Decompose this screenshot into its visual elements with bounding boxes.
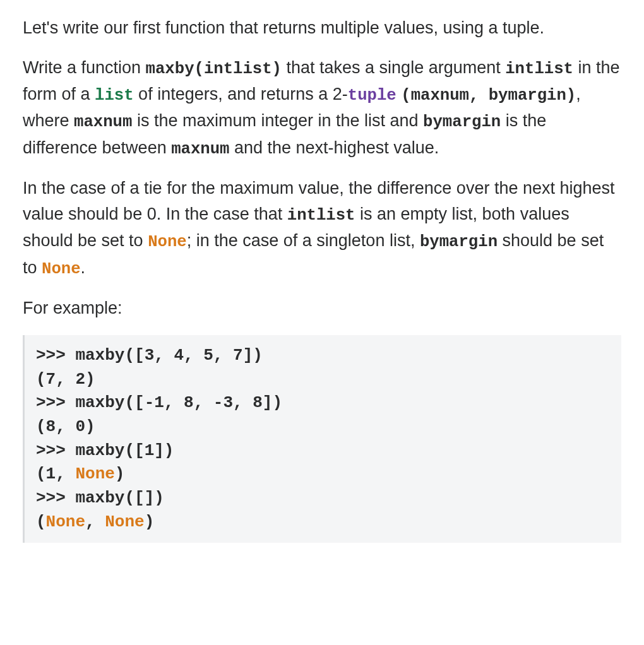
text: ; in the case of a singleton list,: [187, 231, 420, 250]
code-inline-bymargin: bymargin: [423, 113, 501, 131]
text: is the maximum integer in the list and: [132, 111, 423, 130]
keyword-list: list: [95, 86, 134, 105]
code-inline-maxby-sig: maxby(intlist): [146, 60, 282, 78]
paragraph-example-label: For example:: [23, 295, 621, 321]
code-line: >>> maxby([-1, 8, -3, 8]): [36, 393, 282, 412]
code-line: ,: [85, 512, 105, 531]
code-line: (: [36, 512, 46, 531]
keyword-none: None: [148, 233, 187, 251]
text: and the next-highest value.: [230, 138, 439, 157]
code-inline-return-tuple: (maxnum, bymargin): [401, 86, 576, 105]
text: that takes a single argument: [282, 58, 505, 77]
paragraph-intro: Let's write our first function that retu…: [23, 15, 621, 41]
code-line: (1,: [36, 465, 75, 483]
text: Let's write our first function that retu…: [23, 18, 544, 37]
code-inline-maxnum: maxnum: [74, 113, 132, 131]
code-inline-intlist-2: intlist: [287, 206, 355, 225]
code-inline-intlist: intlist: [505, 60, 573, 78]
token-none: None: [46, 512, 85, 531]
code-line: (8, 0): [36, 417, 95, 436]
text: For example:: [23, 299, 122, 317]
code-line: >>> maxby([]): [36, 488, 164, 507]
keyword-none-2: None: [42, 260, 81, 278]
paragraph-spec: Write a function maxby(intlist) that tak…: [23, 55, 621, 162]
code-line: ): [115, 465, 125, 483]
code-line: >>> maxby([3, 4, 5, 7]): [36, 346, 263, 365]
paragraph-edgecases: In the case of a tie for the maximum val…: [23, 175, 621, 281]
code-line: ): [145, 512, 155, 531]
text: of integers, and returns a 2-: [134, 85, 348, 104]
token-none: None: [75, 465, 114, 483]
keyword-tuple: tuple: [348, 86, 397, 105]
code-inline-maxnum-2: maxnum: [171, 140, 229, 158]
code-line: (7, 2): [36, 370, 95, 389]
text: .: [81, 258, 86, 277]
text: Write a function: [23, 58, 146, 77]
code-line: >>> maxby([1]): [36, 441, 174, 460]
code-example-block: >>> maxby([3, 4, 5, 7]) (7, 2) >>> maxby…: [23, 335, 621, 543]
code-inline-bymargin-2: bymargin: [420, 233, 498, 251]
token-none: None: [105, 512, 144, 531]
